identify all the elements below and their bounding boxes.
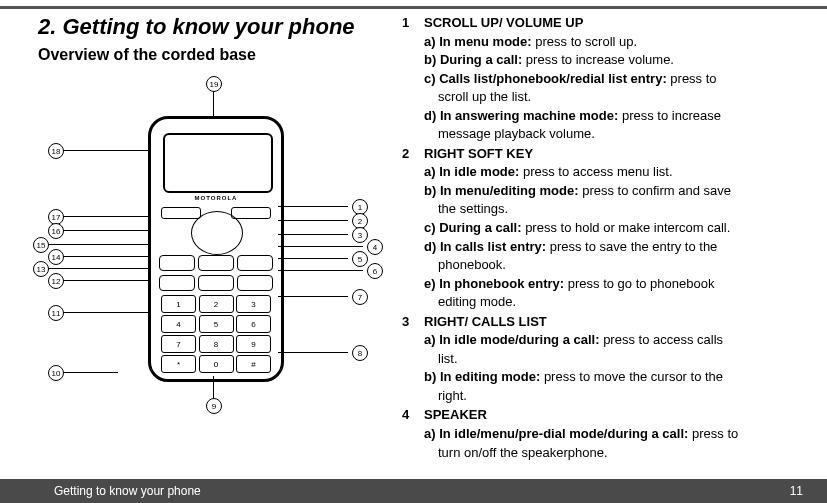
callout-4: 4 bbox=[367, 239, 383, 255]
callout-13: 13 bbox=[33, 261, 49, 277]
leader-line bbox=[278, 258, 348, 259]
item-sub-cont: phonebook. bbox=[424, 256, 805, 274]
leader-line bbox=[62, 256, 148, 257]
item-number: 3 bbox=[402, 313, 424, 406]
item-sub-cont: scroll up the list. bbox=[424, 88, 805, 106]
leader-line bbox=[48, 268, 148, 269]
leader-line bbox=[213, 376, 214, 398]
phone-screen bbox=[163, 133, 273, 193]
callout-19: 19 bbox=[206, 76, 222, 92]
phone-body: MOTOROLA 123 456 789 *0# bbox=[148, 116, 284, 382]
item-body: RIGHT/ CALLS LISTa) In idle mode/during … bbox=[424, 313, 805, 406]
leader-line bbox=[278, 270, 363, 271]
callout-12: 12 bbox=[48, 273, 64, 289]
leader-line bbox=[62, 150, 148, 151]
leader-line bbox=[278, 352, 348, 353]
leader-line bbox=[62, 280, 148, 281]
item-sub-cont: right. bbox=[424, 387, 805, 405]
leader-line bbox=[62, 216, 148, 217]
callout-9: 9 bbox=[206, 398, 222, 414]
item-sub: b) In menu/editing mode: press to confir… bbox=[424, 182, 805, 200]
right-softkey bbox=[231, 207, 271, 219]
callout-15: 15 bbox=[33, 237, 49, 253]
footer-page-number: 11 bbox=[790, 484, 803, 498]
leader-line bbox=[48, 244, 148, 245]
item-sub-cont: turn on/off the speakerphone. bbox=[424, 444, 805, 462]
func-row-2 bbox=[159, 275, 273, 293]
item-sub: c) During a call: press to hold or make … bbox=[424, 219, 805, 237]
page-root: 2. Getting to know your phone Overview o… bbox=[0, 0, 827, 503]
item-sub: a) In idle mode: press to access menu li… bbox=[424, 163, 805, 181]
top-bar bbox=[0, 6, 827, 9]
item-row: 1SCROLL UP/ VOLUME UPa) In menu mode: pr… bbox=[402, 14, 805, 144]
item-body: RIGHT SOFT KEYa) In idle mode: press to … bbox=[424, 145, 805, 312]
nav-pad bbox=[191, 211, 243, 255]
callout-16: 16 bbox=[48, 223, 64, 239]
item-sub-cont: message playback volume. bbox=[424, 125, 805, 143]
left-column: 2. Getting to know your phone Overview o… bbox=[38, 14, 388, 465]
callout-10: 10 bbox=[48, 365, 64, 381]
phone-diagram: MOTOROLA 123 456 789 *0# bbox=[38, 76, 378, 416]
item-sub: c) Calls list/phonebook/redial list entr… bbox=[424, 70, 805, 88]
leader-line bbox=[62, 230, 148, 231]
page-footer: Getting to know your phone 11 bbox=[0, 479, 827, 503]
item-body: SPEAKERa) In idle/menu/pre-dial mode/dur… bbox=[424, 406, 805, 462]
item-number: 1 bbox=[402, 14, 424, 144]
item-sub-cont: the settings. bbox=[424, 200, 805, 218]
callout-14: 14 bbox=[48, 249, 64, 265]
item-title: RIGHT/ CALLS LIST bbox=[424, 313, 805, 331]
section-title: Overview of the corded base bbox=[38, 46, 388, 64]
content-area: 2. Getting to know your phone Overview o… bbox=[38, 14, 805, 465]
item-title: SPEAKER bbox=[424, 406, 805, 424]
leader-line bbox=[278, 220, 348, 221]
callout-18: 18 bbox=[48, 143, 64, 159]
item-row: 2RIGHT SOFT KEYa) In idle mode: press to… bbox=[402, 145, 805, 312]
item-number: 2 bbox=[402, 145, 424, 312]
item-title: RIGHT SOFT KEY bbox=[424, 145, 805, 163]
item-sub-cont: list. bbox=[424, 350, 805, 368]
item-sub: a) In idle/menu/pre-dial mode/during a c… bbox=[424, 425, 805, 443]
chapter-title: 2. Getting to know your phone bbox=[38, 14, 388, 40]
callout-7: 7 bbox=[352, 289, 368, 305]
callout-5: 5 bbox=[352, 251, 368, 267]
item-sub: e) In phonebook entry: press to go to ph… bbox=[424, 275, 805, 293]
leader-line bbox=[278, 206, 348, 207]
item-title: SCROLL UP/ VOLUME UP bbox=[424, 14, 805, 32]
leader-line bbox=[278, 246, 363, 247]
keypad: 123 456 789 *0# bbox=[161, 295, 271, 375]
item-sub: b) During a call: press to increase volu… bbox=[424, 51, 805, 69]
footer-section: Getting to know your phone bbox=[54, 484, 201, 498]
callout-6: 6 bbox=[367, 263, 383, 279]
leader-line bbox=[62, 312, 148, 313]
item-row: 4SPEAKERa) In idle/menu/pre-dial mode/du… bbox=[402, 406, 805, 462]
left-softkey bbox=[161, 207, 201, 219]
item-sub-cont: editing mode. bbox=[424, 293, 805, 311]
item-row: 3RIGHT/ CALLS LISTa) In idle mode/during… bbox=[402, 313, 805, 406]
brand-label: MOTOROLA bbox=[151, 195, 281, 201]
item-sub: d) In answering machine mode: press to i… bbox=[424, 107, 805, 125]
item-number: 4 bbox=[402, 406, 424, 462]
func-row-1 bbox=[159, 255, 273, 273]
item-body: SCROLL UP/ VOLUME UPa) In menu mode: pre… bbox=[424, 14, 805, 144]
callout-8: 8 bbox=[352, 345, 368, 361]
item-sub: d) In calls list entry: press to save th… bbox=[424, 238, 805, 256]
leader-line bbox=[62, 372, 118, 373]
right-column: 1SCROLL UP/ VOLUME UPa) In menu mode: pr… bbox=[388, 14, 805, 465]
item-sub: a) In idle mode/during a call: press to … bbox=[424, 331, 805, 349]
leader-line bbox=[278, 234, 348, 235]
callout-11: 11 bbox=[48, 305, 64, 321]
item-sub: b) In editing mode: press to move the cu… bbox=[424, 368, 805, 386]
callout-3: 3 bbox=[352, 227, 368, 243]
leader-line bbox=[278, 296, 348, 297]
item-sub: a) In menu mode: press to scroll up. bbox=[424, 33, 805, 51]
